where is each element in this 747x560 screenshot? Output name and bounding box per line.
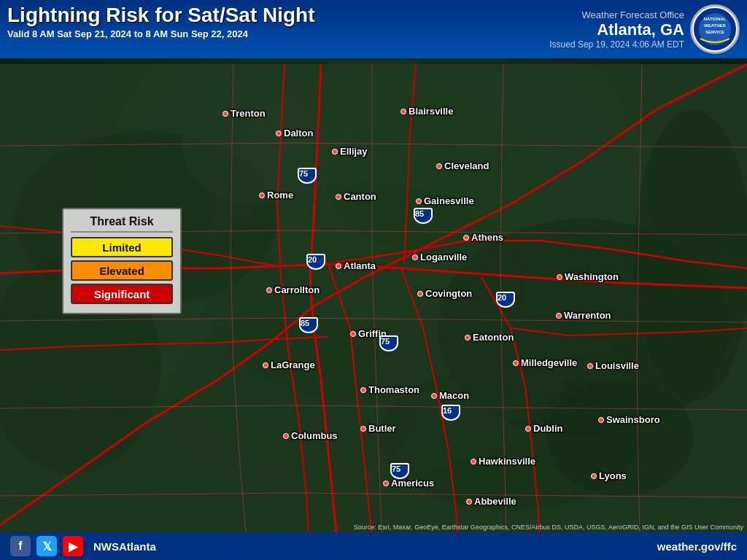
map-container: Lightning Risk for Sat/Sat Night Valid 8… — [0, 0, 747, 560]
city-label: Loganville — [412, 252, 467, 262]
city-label: Dublin — [525, 423, 562, 434]
highway-shield: 75 — [390, 463, 409, 479]
city-label: Canton — [336, 191, 376, 202]
header-right: Weather Forecast Office Atlanta, GA Issu… — [549, 4, 740, 54]
valid-time: Valid 8 AM Sat Sep 21, 2024 to 8 AM Sun … — [7, 28, 315, 39]
city-label: Cleveland — [436, 160, 489, 171]
office-name: Atlanta, GA — [549, 20, 684, 39]
issued-time: Issued Sep 19, 2024 4:06 AM EDT — [549, 39, 684, 50]
legend-significant-box: Significant — [71, 284, 173, 304]
website-url: weather.gov/ffc — [657, 540, 737, 553]
twitter-icon[interactable]: 𝕏 — [36, 536, 57, 556]
svg-point-9 — [182, 88, 328, 204]
highway-shield: 16 — [441, 405, 460, 421]
legend-item-elevated: Elevated — [71, 260, 173, 281]
city-label: Abbeville — [466, 496, 516, 507]
legend-limited-box: Limited — [71, 237, 173, 257]
highway-shield: 75 — [298, 168, 317, 184]
city-label: Ellijay — [332, 146, 368, 157]
city-label: Athens — [463, 232, 503, 243]
legend-elevated-label: Elevated — [99, 265, 144, 277]
city-label: Macon — [431, 390, 469, 401]
header: Lightning Risk for Sat/Sat Night Valid 8… — [0, 0, 747, 58]
social-handle: NWSAtlanta — [93, 540, 156, 553]
header-left: Lightning Risk for Sat/Sat Night Valid 8… — [7, 4, 315, 39]
svg-text:NATIONAL: NATIONAL — [704, 17, 727, 21]
city-label: Atlanta — [336, 260, 376, 271]
city-label: Carrollton — [266, 284, 320, 295]
city-label: Eatonton — [465, 332, 514, 343]
highway-shield: 75 — [379, 335, 398, 351]
nws-logo: NATIONAL WEATHER SERVICE — [690, 4, 740, 54]
legend-elevated-box: Elevated — [71, 260, 173, 281]
legend-significant-label: Significant — [94, 288, 150, 300]
city-label: Blairsville — [400, 106, 453, 117]
svg-text:WEATHER: WEATHER — [704, 23, 727, 28]
city-label: Butler — [360, 423, 396, 434]
city-label: LaGrange — [263, 359, 315, 370]
city-label: Gainesville — [416, 195, 474, 206]
city-label: Covington — [417, 288, 472, 299]
legend: Threat Risk Limited Elevated Significant — [62, 208, 182, 314]
legend-item-significant: Significant — [71, 284, 173, 304]
source-credit: Source: Esri, Maxar, GeoEye, Earthstar G… — [354, 524, 743, 531]
youtube-icon[interactable]: ▶ — [63, 536, 83, 556]
legend-limited-label: Limited — [102, 241, 141, 254]
social-links: f 𝕏 ▶ NWSAtlanta — [10, 536, 156, 556]
city-label: Hawkinsville — [471, 456, 535, 467]
footer: f 𝕏 ▶ NWSAtlanta weather.gov/ffc — [0, 532, 747, 560]
city-label: Warrenton — [556, 310, 611, 321]
highway-shield: 85 — [414, 208, 433, 224]
highway-shield: 85 — [299, 317, 318, 333]
city-label: Trenton — [222, 108, 266, 119]
city-label: Lyons — [591, 470, 627, 481]
svg-text:SERVICE: SERVICE — [705, 30, 724, 34]
page-title: Lightning Risk for Sat/Sat Night — [7, 4, 315, 27]
city-label: Milledgeville — [513, 357, 577, 368]
legend-title: Threat Risk — [71, 215, 173, 233]
city-label: Americus — [383, 478, 434, 489]
city-label: Thomaston — [360, 384, 419, 395]
office-info: Weather Forecast Office Atlanta, GA Issu… — [549, 9, 684, 50]
city-label: Swainsboro — [598, 414, 660, 425]
facebook-icon[interactable]: f — [10, 536, 31, 556]
city-label: Dalton — [276, 128, 313, 139]
highway-shield: 20 — [496, 292, 515, 308]
highway-shield: 20 — [306, 254, 325, 270]
city-label: Louisville — [587, 360, 639, 371]
legend-item-limited: Limited — [71, 237, 173, 257]
office-label: Weather Forecast Office — [549, 9, 684, 20]
city-label: Columbus — [283, 430, 338, 441]
city-label: Rome — [259, 190, 293, 201]
city-label: Washington — [557, 271, 619, 282]
